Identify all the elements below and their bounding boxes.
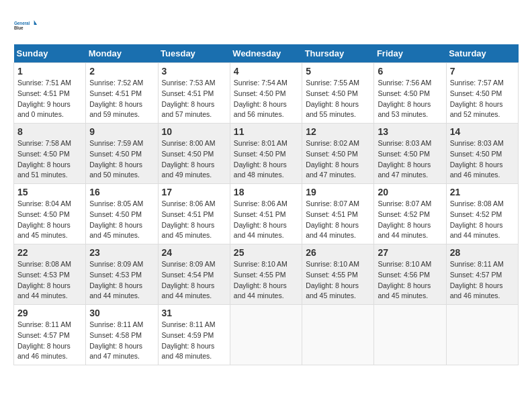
day-daylight: Daylight: 8 hours and 47 minutes. bbox=[89, 342, 142, 361]
calendar-week-4: 22 Sunrise: 8:08 AM Sunset: 4:53 PM Dayl… bbox=[14, 244, 519, 305]
day-daylight: Daylight: 8 hours and 52 minutes. bbox=[450, 100, 503, 119]
calendar-cell bbox=[302, 305, 374, 365]
header-day-tuesday: Tuesday bbox=[158, 44, 230, 63]
day-number: 23 bbox=[89, 247, 154, 258]
calendar-cell: 26 Sunrise: 8:10 AM Sunset: 4:55 PM Dayl… bbox=[302, 244, 374, 305]
day-sunset: Sunset: 4:50 PM bbox=[17, 210, 70, 218]
day-daylight: Daylight: 8 hours and 46 minutes. bbox=[17, 342, 71, 361]
day-sunset: Sunset: 4:57 PM bbox=[17, 331, 70, 339]
day-sunrise: Sunrise: 8:07 AM bbox=[378, 199, 431, 208]
day-sunset: Sunset: 4:51 PM bbox=[162, 89, 214, 97]
day-sunrise: Sunrise: 8:11 AM bbox=[450, 260, 504, 268]
day-daylight: Daylight: 9 hours and 0 minutes. bbox=[17, 100, 71, 119]
day-sunset: Sunset: 4:50 PM bbox=[162, 150, 214, 158]
day-number: 6 bbox=[378, 66, 442, 77]
day-sunrise: Sunrise: 8:09 AM bbox=[89, 260, 143, 268]
calendar-cell: 23 Sunrise: 8:09 AM Sunset: 4:53 PM Dayl… bbox=[86, 244, 158, 305]
svg-marker-2 bbox=[34, 20, 38, 25]
day-number: 1 bbox=[17, 66, 82, 77]
day-sunrise: Sunrise: 8:08 AM bbox=[17, 260, 71, 268]
day-sunrise: Sunrise: 7:54 AM bbox=[234, 79, 287, 87]
calendar-week-3: 15 Sunrise: 8:04 AM Sunset: 4:50 PM Dayl… bbox=[14, 184, 519, 244]
day-sunrise: Sunrise: 8:02 AM bbox=[306, 139, 359, 147]
calendar-cell: 31 Sunrise: 8:11 AM Sunset: 4:59 PM Dayl… bbox=[158, 305, 230, 365]
day-daylight: Daylight: 8 hours and 45 minutes. bbox=[89, 221, 142, 240]
calendar-cell: 4 Sunrise: 7:54 AM Sunset: 4:50 PM Dayli… bbox=[230, 63, 302, 124]
day-sunrise: Sunrise: 8:00 AM bbox=[162, 139, 216, 147]
day-sunset: Sunset: 4:50 PM bbox=[378, 150, 430, 158]
day-daylight: Daylight: 8 hours and 59 minutes. bbox=[89, 100, 142, 119]
calendar-week-5: 29 Sunrise: 8:11 AM Sunset: 4:57 PM Dayl… bbox=[14, 305, 519, 365]
day-daylight: Daylight: 8 hours and 44 minutes. bbox=[378, 221, 431, 240]
calendar-cell: 29 Sunrise: 8:11 AM Sunset: 4:57 PM Dayl… bbox=[14, 305, 86, 365]
day-number: 12 bbox=[306, 126, 370, 137]
svg-text:General: General bbox=[14, 21, 30, 26]
calendar-cell: 13 Sunrise: 8:03 AM Sunset: 4:50 PM Dayl… bbox=[374, 124, 446, 184]
day-sunset: Sunset: 4:50 PM bbox=[450, 150, 502, 158]
day-daylight: Daylight: 8 hours and 44 minutes. bbox=[17, 281, 71, 300]
day-daylight: Daylight: 8 hours and 44 minutes. bbox=[234, 221, 287, 240]
day-sunset: Sunset: 4:51 PM bbox=[89, 89, 142, 97]
day-sunrise: Sunrise: 8:05 AM bbox=[89, 199, 143, 208]
calendar-cell: 17 Sunrise: 8:06 AM Sunset: 4:51 PM Dayl… bbox=[158, 184, 230, 244]
day-sunrise: Sunrise: 7:51 AM bbox=[17, 79, 71, 87]
day-sunset: Sunset: 4:50 PM bbox=[378, 89, 430, 97]
logo-icon: GeneralBlue bbox=[13, 13, 38, 38]
day-sunrise: Sunrise: 7:53 AM bbox=[162, 79, 216, 87]
day-sunrise: Sunrise: 7:56 AM bbox=[378, 79, 431, 87]
header-day-monday: Monday bbox=[86, 44, 158, 63]
day-number: 24 bbox=[162, 247, 226, 258]
day-sunrise: Sunrise: 7:52 AM bbox=[89, 79, 143, 87]
day-daylight: Daylight: 8 hours and 56 minutes. bbox=[234, 100, 287, 119]
day-sunset: Sunset: 4:50 PM bbox=[234, 89, 286, 97]
calendar-cell: 8 Sunrise: 7:58 AM Sunset: 4:50 PM Dayli… bbox=[14, 124, 86, 184]
day-daylight: Daylight: 8 hours and 44 minutes. bbox=[450, 221, 503, 240]
calendar-cell bbox=[230, 305, 302, 365]
calendar-cell: 24 Sunrise: 8:09 AM Sunset: 4:54 PM Dayl… bbox=[158, 244, 230, 305]
day-sunrise: Sunrise: 8:10 AM bbox=[378, 260, 431, 268]
day-daylight: Daylight: 8 hours and 55 minutes. bbox=[306, 100, 359, 119]
calendar-cell: 27 Sunrise: 8:10 AM Sunset: 4:56 PM Dayl… bbox=[374, 244, 446, 305]
day-daylight: Daylight: 8 hours and 47 minutes. bbox=[378, 161, 431, 179]
calendar-week-2: 8 Sunrise: 7:58 AM Sunset: 4:50 PM Dayli… bbox=[14, 124, 519, 184]
day-sunrise: Sunrise: 7:55 AM bbox=[306, 79, 359, 87]
day-number: 22 bbox=[17, 247, 82, 258]
calendar-cell: 16 Sunrise: 8:05 AM Sunset: 4:50 PM Dayl… bbox=[86, 184, 158, 244]
day-sunrise: Sunrise: 8:04 AM bbox=[17, 199, 71, 208]
day-daylight: Daylight: 8 hours and 57 minutes. bbox=[162, 100, 215, 119]
day-sunset: Sunset: 4:55 PM bbox=[306, 271, 358, 279]
header-day-saturday: Saturday bbox=[446, 44, 518, 63]
day-sunset: Sunset: 4:53 PM bbox=[89, 271, 142, 279]
day-sunset: Sunset: 4:50 PM bbox=[17, 150, 70, 158]
day-number: 30 bbox=[89, 308, 154, 318]
calendar-cell: 19 Sunrise: 8:07 AM Sunset: 4:51 PM Dayl… bbox=[302, 184, 374, 244]
calendar-cell: 9 Sunrise: 7:59 AM Sunset: 4:50 PM Dayli… bbox=[86, 124, 158, 184]
day-sunset: Sunset: 4:51 PM bbox=[306, 210, 358, 218]
calendar-cell: 28 Sunrise: 8:11 AM Sunset: 4:57 PM Dayl… bbox=[446, 244, 518, 305]
day-sunset: Sunset: 4:51 PM bbox=[162, 210, 214, 218]
day-number: 10 bbox=[162, 126, 226, 137]
day-sunset: Sunset: 4:50 PM bbox=[89, 210, 142, 218]
calendar-cell: 25 Sunrise: 8:10 AM Sunset: 4:55 PM Dayl… bbox=[230, 244, 302, 305]
day-sunset: Sunset: 4:58 PM bbox=[89, 331, 142, 339]
day-sunset: Sunset: 4:57 PM bbox=[450, 271, 502, 279]
calendar-body: 1 Sunrise: 7:51 AM Sunset: 4:51 PM Dayli… bbox=[14, 63, 519, 365]
day-number: 28 bbox=[450, 247, 515, 258]
header-day-friday: Friday bbox=[374, 44, 446, 63]
day-sunrise: Sunrise: 8:06 AM bbox=[162, 199, 216, 208]
day-number: 3 bbox=[162, 66, 226, 77]
day-sunset: Sunset: 4:50 PM bbox=[89, 150, 142, 158]
calendar-cell bbox=[374, 305, 446, 365]
day-number: 2 bbox=[89, 66, 154, 77]
day-sunrise: Sunrise: 8:09 AM bbox=[162, 260, 216, 268]
day-daylight: Daylight: 8 hours and 48 minutes. bbox=[162, 342, 215, 361]
day-daylight: Daylight: 8 hours and 45 minutes. bbox=[306, 281, 359, 300]
day-sunset: Sunset: 4:50 PM bbox=[306, 89, 358, 97]
calendar-cell: 3 Sunrise: 7:53 AM Sunset: 4:51 PM Dayli… bbox=[158, 63, 230, 124]
calendar-cell: 22 Sunrise: 8:08 AM Sunset: 4:53 PM Dayl… bbox=[14, 244, 86, 305]
day-daylight: Daylight: 8 hours and 47 minutes. bbox=[306, 161, 359, 179]
calendar-cell: 6 Sunrise: 7:56 AM Sunset: 4:50 PM Dayli… bbox=[374, 63, 446, 124]
day-number: 25 bbox=[234, 247, 298, 258]
calendar-cell: 15 Sunrise: 8:04 AM Sunset: 4:50 PM Dayl… bbox=[14, 184, 86, 244]
calendar-cell: 20 Sunrise: 8:07 AM Sunset: 4:52 PM Dayl… bbox=[374, 184, 446, 244]
